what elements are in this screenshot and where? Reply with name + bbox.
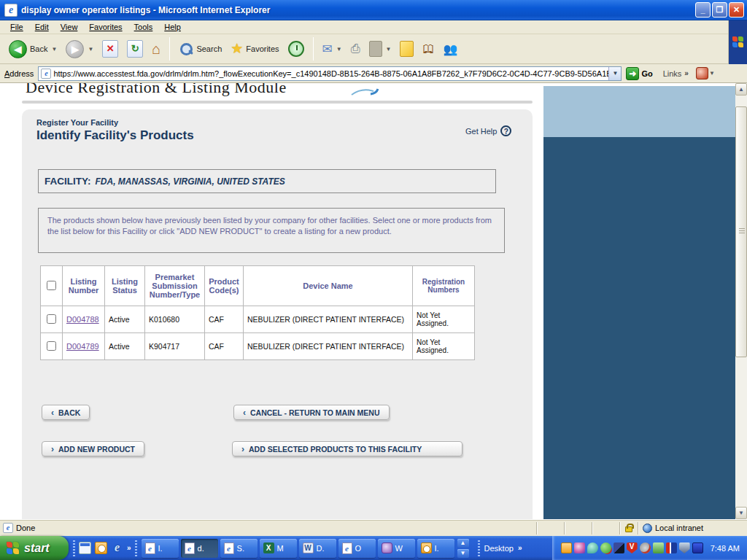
taskbar-clock[interactable]: 7:48 AM	[711, 544, 740, 553]
stop-button[interactable]: ✕	[98, 38, 123, 60]
stop-icon: ✕	[102, 40, 118, 58]
task-button[interactable]: e O	[338, 539, 376, 558]
toolbar-grip[interactable]	[478, 540, 480, 556]
select-all-checkbox[interactable]	[47, 281, 56, 290]
tray-clock-icon[interactable]	[561, 542, 572, 553]
quick-launch-chevron-icon[interactable]: »	[127, 544, 131, 552]
tray-antivirus-shield-icon[interactable]: V	[627, 542, 638, 553]
tray-display-icon[interactable]	[692, 542, 703, 553]
product-code: CAF	[205, 306, 244, 333]
scrollbar-thumb[interactable]	[735, 106, 747, 357]
capture-dropdown-icon[interactable]: ▼	[709, 70, 715, 77]
row-checkbox[interactable]	[47, 314, 56, 324]
tray-security-shield-icon[interactable]	[679, 542, 690, 553]
menu-view[interactable]: View	[55, 21, 84, 33]
menu-help[interactable]: Help	[158, 21, 187, 33]
tray-update-icon[interactable]	[653, 542, 664, 553]
scroll-up-icon[interactable]: ▲	[735, 83, 747, 96]
show-desktop-icon[interactable]	[79, 542, 91, 554]
back-dropdown-icon[interactable]: ▼	[51, 46, 57, 52]
document-status-icon: e	[3, 523, 13, 533]
forward-dropdown-icon[interactable]: ▼	[88, 46, 93, 52]
address-input[interactable]	[53, 68, 608, 79]
window-title: display owner operator listings - Micros…	[21, 5, 695, 15]
toolbar-grip[interactable]	[135, 540, 137, 556]
history-clock-icon	[288, 41, 304, 57]
page-title: Identify Facility's Products	[36, 128, 194, 143]
history-button[interactable]	[284, 39, 309, 59]
title-bar[interactable]: e display owner operator listings - Micr…	[0, 0, 747, 20]
listing-number-link[interactable]: D004789	[66, 342, 99, 351]
desktop-chevron-icon[interactable]: »	[518, 544, 522, 552]
col-premarket: Premarket Submission Number/Type	[145, 266, 205, 306]
start-button[interactable]: start	[0, 536, 69, 560]
address-field[interactable]: e ▼	[38, 66, 622, 81]
facility-box: FACILITY: FDA, MANASSAS, VIRGINIA, UNITE…	[38, 169, 496, 193]
task-button[interactable]: e S.	[220, 539, 258, 558]
menu-favorites[interactable]: Favorites	[83, 21, 128, 33]
mail-dropdown-icon[interactable]: ▼	[336, 46, 342, 52]
get-help-link[interactable]: Get Help ?	[465, 125, 511, 136]
links-label[interactable]: Links	[663, 69, 682, 78]
refresh-button[interactable]: ↻	[123, 38, 147, 60]
app-icon	[382, 542, 392, 553]
edit-button[interactable]: ▼	[365, 39, 396, 59]
forward-button[interactable]: ▶ ▼	[61, 38, 98, 61]
home-button[interactable]: ⌂	[147, 38, 165, 60]
internet-explorer-icon[interactable]: e	[111, 542, 123, 554]
listing-number-link[interactable]: D004788	[66, 315, 99, 324]
task-button[interactable]: I.	[417, 539, 454, 558]
research-button[interactable]: 🕮	[418, 40, 438, 58]
taskbar-scroll-up-icon[interactable]: ▲	[457, 539, 469, 548]
go-button[interactable]: ➜ Go	[626, 67, 652, 80]
task-button[interactable]: W D.	[299, 539, 336, 558]
links-chevron-icon[interactable]: »	[684, 69, 689, 77]
add-selected-products-button[interactable]: › ADD SELECTED PRODUCTS TO THIS FACILITY	[232, 441, 462, 456]
task-button[interactable]: X M	[260, 539, 297, 558]
tray-disabled-device-icon[interactable]	[640, 542, 651, 553]
menu-tools[interactable]: Tools	[128, 21, 159, 33]
back-nav-button[interactable]: ‹ BACK	[42, 405, 90, 420]
task-button-active[interactable]: e d.	[181, 539, 218, 558]
tray-app-icon[interactable]	[574, 542, 585, 553]
toolbar-grip[interactable]	[73, 540, 75, 556]
vertical-scrollbar[interactable]: ▲ ▼	[735, 83, 747, 519]
scroll-down-icon[interactable]: ▼	[735, 507, 747, 519]
back-button[interactable]: ◀ Back ▼	[4, 38, 61, 61]
research-book-icon: 🕮	[422, 42, 434, 55]
favorites-button[interactable]: ★ Favorites	[226, 39, 283, 59]
taskbar-scroll-down-icon[interactable]: ▼	[457, 549, 469, 558]
address-dropdown-icon[interactable]: ▼	[608, 67, 621, 80]
cancel-button[interactable]: ‹ CANCEL - RETURN TO MAIN MENU	[233, 405, 390, 420]
menu-edit[interactable]: Edit	[29, 21, 55, 33]
page-viewport: Device Registration & Listing Module Reg…	[0, 83, 747, 519]
task-button[interactable]: e I.	[142, 539, 179, 558]
quick-launch-clock-icon[interactable]	[95, 542, 107, 554]
search-icon	[179, 42, 193, 56]
row-checkbox[interactable]	[47, 341, 56, 351]
add-new-product-button[interactable]: › ADD NEW PRODUCT	[42, 441, 144, 456]
discuss-button[interactable]	[395, 39, 418, 59]
messenger-button[interactable]: 👥	[438, 40, 462, 58]
desktop-toolbar-label[interactable]: Desktop	[484, 544, 514, 553]
instructions-box: The products shown below have previously…	[38, 208, 505, 253]
listing-status: Active	[105, 333, 145, 360]
home-icon: ⌂	[152, 40, 160, 58]
tray-key-icon[interactable]	[614, 542, 624, 553]
minimize-button[interactable]: _	[695, 2, 711, 18]
tray-vpn-icon[interactable]	[666, 542, 677, 553]
task-button[interactable]: W	[378, 539, 415, 558]
mail-button[interactable]: ✉ ▼	[318, 39, 347, 59]
tray-messenger-icon[interactable]	[587, 542, 598, 553]
print-button[interactable]: ⎙	[347, 40, 365, 58]
menu-file[interactable]: File	[4, 21, 29, 33]
restore-button[interactable]: ❐	[712, 2, 727, 18]
table-row: D004789 Active K904717 CAF NEBULIZER (DI…	[41, 333, 475, 360]
capture-tool-icon[interactable]	[696, 67, 708, 79]
edit-dropdown-icon[interactable]: ▼	[386, 46, 392, 52]
tray-status-icon[interactable]	[600, 542, 611, 553]
close-button[interactable]: ✕	[729, 2, 744, 18]
system-tray: V 7:48 AM	[552, 536, 747, 560]
search-button[interactable]: Search	[174, 39, 226, 58]
premarket-number: K010680	[145, 306, 205, 333]
